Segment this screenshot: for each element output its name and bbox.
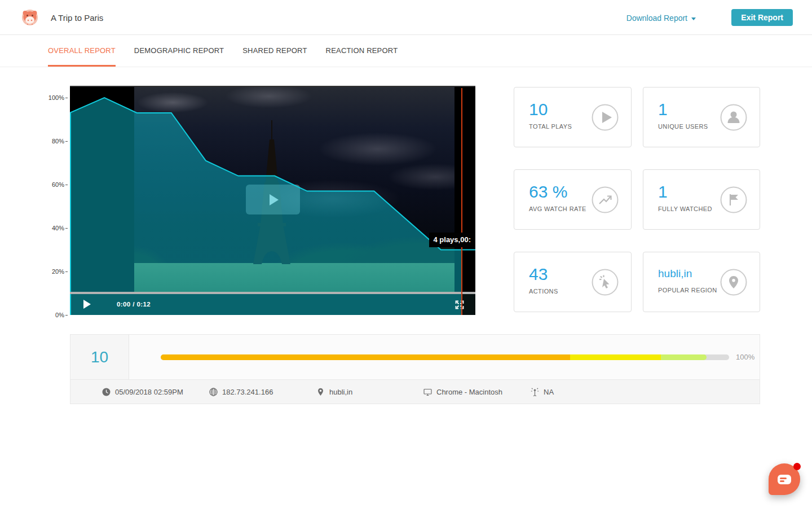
y-axis-label: 40% xyxy=(52,224,68,233)
stat-card-fully-watched: 1 FULLY WATCHED xyxy=(643,169,760,230)
y-axis-label: 20% xyxy=(52,267,68,276)
page-title: A Trip to Paris xyxy=(51,13,103,23)
pin-circle-icon xyxy=(720,269,747,296)
viewer-session-details: 05/09/2018 02:59PM 182.73.241.166 hub xyxy=(70,379,760,404)
session-timestamp-text: 05/09/2018 02:59PM xyxy=(115,388,183,396)
y-axis-label: 60% xyxy=(52,180,68,189)
session-play-count: 10 xyxy=(70,335,129,379)
session-location-text: hubli,in xyxy=(329,388,352,396)
hippo-logo xyxy=(21,9,38,26)
watch-bar xyxy=(161,354,729,360)
session-browser: Chrome - Macintosh xyxy=(423,388,531,396)
caret-down-icon xyxy=(691,17,696,20)
y-axis-label: 100% xyxy=(48,93,68,102)
monitor-icon xyxy=(423,388,432,396)
clock-icon xyxy=(102,388,111,396)
play-button[interactable] xyxy=(83,300,91,309)
report-content: 100%80%60%40%20%0% xyxy=(0,67,812,508)
session-source: NA xyxy=(531,388,638,396)
watch-percent-label: 100% xyxy=(736,353,754,361)
chart-y-axis: 100%80%60%40%20%0% xyxy=(30,87,70,315)
click-circle-icon xyxy=(592,269,619,296)
stat-card-avg-watch-rate: 63 % AVG WATCH RATE xyxy=(514,169,632,230)
play-triangle-icon xyxy=(270,194,279,205)
download-report-label: Download Report xyxy=(626,14,687,23)
watch-bar-segment xyxy=(661,354,707,360)
trend-circle-icon xyxy=(592,186,619,213)
tab-overall-report[interactable]: OVERALL REPORT xyxy=(48,35,116,67)
session-location: hubli,in xyxy=(316,388,423,396)
globe-icon xyxy=(209,388,218,396)
download-report-button[interactable]: Download Report xyxy=(626,14,696,23)
tab-reaction-report[interactable]: REACTION REPORT xyxy=(326,35,398,67)
top-bar: A Trip to Paris Download Report Exit Rep… xyxy=(0,0,812,35)
session-ip: 182.73.241.166 xyxy=(209,388,316,396)
pin-icon xyxy=(316,388,325,396)
playhead-marker[interactable] xyxy=(461,88,462,315)
play-circle-icon xyxy=(592,104,619,131)
session-ip-text: 182.73.241.166 xyxy=(222,388,273,396)
report-tabbar: OVERALL REPORT DEMOGRAPHIC REPORT SHARED… xyxy=(0,35,812,67)
stat-card-unique-users: 1 UNIQUE USERS xyxy=(643,87,760,147)
stat-card-popular-region: hubli,in POPULAR REGION xyxy=(643,252,760,312)
session-source-text: NA xyxy=(544,388,554,396)
chat-bubble-icon xyxy=(778,475,791,484)
session-timestamp: 05/09/2018 02:59PM xyxy=(102,388,209,396)
y-axis-label: 80% xyxy=(52,137,68,146)
viewer-session-row[interactable]: 10 100% xyxy=(70,335,760,379)
user-circle-icon xyxy=(720,104,747,131)
tab-shared-report[interactable]: SHARED REPORT xyxy=(242,35,307,67)
viewer-sessions-panel: 10 100% 05/09/2018 02:59PM xyxy=(70,334,760,404)
time-display: 0:00 / 0:12 xyxy=(117,301,151,308)
controlbar-content: 0:00 / 0:12 xyxy=(70,294,475,315)
big-play-button[interactable] xyxy=(246,185,300,214)
watch-bar-area: 100% xyxy=(129,335,760,379)
fullscreen-icon[interactable] xyxy=(454,300,465,310)
stats-grid: 10 TOTAL PLAYS 1 UNIQUE USERS 63 % AVG W… xyxy=(514,87,760,312)
exit-report-button[interactable]: Exit Report xyxy=(731,9,793,26)
watch-bar-segment xyxy=(570,354,661,360)
chat-widget-button[interactable] xyxy=(769,463,800,495)
tab-demographic-report[interactable]: DEMOGRAPHIC REPORT xyxy=(134,35,224,67)
stat-card-total-plays: 10 TOTAL PLAYS xyxy=(514,87,632,147)
y-axis-label: 0% xyxy=(55,310,68,319)
chart-tooltip: 4 plays,00: xyxy=(429,233,476,247)
watch-bar-segment xyxy=(161,354,570,360)
flag-circle-icon xyxy=(720,186,747,213)
session-browser-text: Chrome - Macintosh xyxy=(436,388,502,396)
notification-dot xyxy=(793,463,801,470)
broadcast-icon xyxy=(531,388,539,396)
video-player: 100%80%60%40%20%0% xyxy=(70,86,475,315)
stat-card-actions: 43 ACTIONS xyxy=(514,252,632,312)
